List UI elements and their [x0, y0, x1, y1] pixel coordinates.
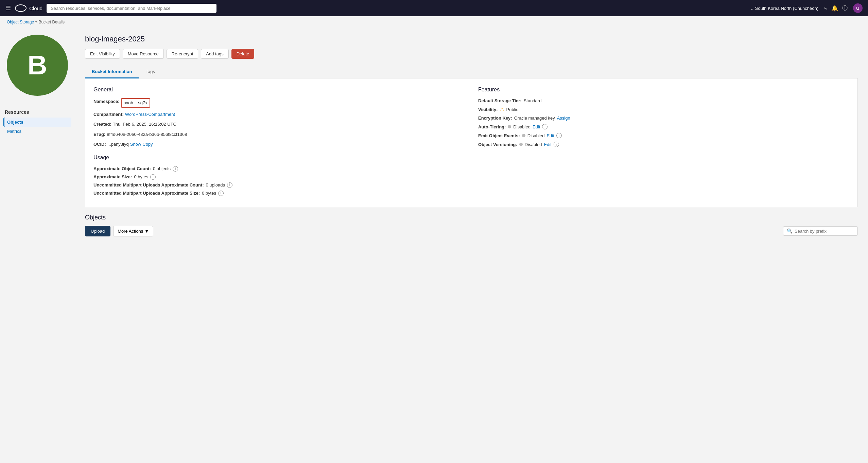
versioning-status-dot [519, 143, 523, 146]
usage-section: Usage Approximate Object Count: 0 object… [93, 155, 465, 196]
edit-visibility-button[interactable]: Edit Visibility [85, 49, 120, 59]
auto-tiering-label: Auto-Tiering: [478, 124, 506, 129]
auto-tiering-row: Auto-Tiering: Disabled Edit i [478, 124, 849, 129]
emit-events-edit-link[interactable]: Edit [546, 133, 554, 138]
created-value: Thu, Feb 6, 2025, 16:16:02 UTC [113, 121, 176, 128]
emit-events-label: Emit Object Events: [478, 133, 520, 138]
re-encrypt-button[interactable]: Re-encrypt [167, 49, 198, 59]
general-section-title: General [93, 87, 465, 93]
created-label: Created: [93, 121, 111, 128]
versioning-info-icon[interactable]: i [554, 142, 559, 147]
namespace-value: axob [124, 100, 133, 106]
sidebar-item-metrics[interactable]: Metrics [3, 127, 71, 136]
tab-group: Bucket Information Tags [85, 66, 858, 78]
storage-tier-value: Standard [524, 98, 542, 103]
auto-tiering-status-dot [508, 125, 511, 128]
breadcrumb-parent-link[interactable]: Object Storage [7, 20, 34, 24]
info-panel: General Namespace: axob sg7x Compartment… [85, 78, 858, 207]
uncommitted-size-info-icon[interactable]: i [218, 191, 224, 196]
ocid-row: OCID: ...pahy3lyq Show Copy [93, 141, 465, 148]
tab-tags[interactable]: Tags [139, 66, 161, 78]
uncommitted-count-info-icon[interactable]: i [227, 182, 232, 188]
upload-button[interactable]: Upload [85, 226, 110, 236]
region-selector[interactable]: ⌄ South Korea North (Chuncheon) [750, 6, 818, 11]
auto-tiering-value: Disabled [513, 124, 531, 129]
topnav-icon-group: ⍀ 🔔 ⓘ [824, 5, 848, 12]
more-actions-label: More Actions [118, 229, 143, 234]
sidebar-item-objects[interactable]: Objects [3, 118, 71, 127]
uncommitted-size-row: Uncommitted Multipart Uploads Approximat… [93, 191, 465, 196]
emit-events-row: Emit Object Events: Disabled Edit i [478, 133, 849, 138]
ocid-value: ...pahy3lyq [107, 141, 129, 148]
help-icon[interactable]: ⓘ [842, 5, 848, 12]
ocid-show-link[interactable]: Show [130, 141, 141, 148]
hamburger-menu-icon[interactable]: ☰ [5, 4, 11, 12]
versioning-label: Object Versioning: [478, 142, 517, 147]
uncommitted-count-value: 0 uploads [206, 182, 225, 188]
uncommitted-count-label: Uncommitted Multipart Uploads Approximat… [93, 182, 204, 188]
namespace-value-box[interactable]: axob sg7x [121, 98, 150, 108]
global-search-input[interactable] [47, 4, 216, 13]
etag-value: 8f4d640e-20e0-432a-b36b-856f8ccf1368 [107, 131, 187, 138]
encryption-assign-link[interactable]: Assign [557, 115, 570, 121]
obj-count-info-icon[interactable]: i [173, 166, 178, 172]
breadcrumb-separator: » [35, 20, 37, 24]
page-title: blog-images-2025 [85, 35, 858, 43]
auto-tiering-info-icon[interactable]: i [542, 124, 548, 129]
versioning-edit-link[interactable]: Edit [544, 142, 551, 147]
visibility-row: Visibility: ⚠ Public [478, 107, 849, 112]
more-actions-button[interactable]: More Actions ▼ [113, 226, 153, 236]
sidebar-item-metrics-label: Metrics [7, 129, 21, 134]
add-tags-button[interactable]: Add tags [201, 49, 228, 59]
namespace-suffix [133, 100, 138, 106]
action-buttons-group: Edit Visibility Move Resource Re-encrypt… [85, 49, 858, 59]
warning-triangle-icon: ⚠ [500, 107, 504, 112]
etag-row: ETag: 8f4d640e-20e0-432a-b36b-856f8ccf13… [93, 131, 465, 138]
objects-toolbar: Upload More Actions ▼ 🔍 [85, 226, 858, 236]
size-value: 0 bytes [134, 174, 148, 179]
obj-count-label: Approximate Object Count: [93, 166, 151, 171]
etag-label: ETag: [93, 131, 105, 138]
tab-bucket-information[interactable]: Bucket Information [85, 66, 139, 78]
created-row: Created: Thu, Feb 6, 2025, 16:16:02 UTC [93, 121, 465, 128]
emit-events-value: Disabled [527, 133, 545, 138]
usage-title: Usage [93, 155, 465, 161]
visibility-label: Visibility: [478, 107, 498, 112]
breadcrumb-current: Bucket Details [38, 20, 65, 24]
bucket-avatar-letter: B [28, 50, 47, 81]
delete-button[interactable]: Delete [231, 49, 255, 59]
emit-events-info-icon[interactable]: i [556, 133, 562, 138]
size-info-icon[interactable]: i [150, 174, 156, 180]
namespace-row: Namespace: axob sg7x [93, 98, 465, 108]
search-prefix-input[interactable] [795, 229, 854, 234]
size-label: Approximate Size: [93, 174, 132, 179]
storage-tier-label: Default Storage Tier: [478, 98, 522, 103]
more-actions-chevron-icon: ▼ [144, 229, 149, 234]
move-resource-button[interactable]: Move Resource [123, 49, 164, 59]
versioning-row: Object Versioning: Disabled Edit i [478, 142, 849, 147]
monitor-icon[interactable]: ⍀ [824, 5, 827, 11]
ocid-copy-link[interactable]: Copy [142, 141, 153, 148]
storage-tier-row: Default Storage Tier: Standard [478, 98, 849, 103]
compartment-link[interactable]: WordPress-Compartment [125, 111, 175, 118]
avatar[interactable]: U [853, 3, 863, 13]
chevron-down-icon: ⌄ [750, 6, 754, 11]
logo-text: Cloud [29, 5, 42, 11]
bucket-avatar: B [7, 35, 68, 96]
bell-icon[interactable]: 🔔 [831, 5, 838, 12]
resources-title: Resources [3, 109, 71, 115]
avatar-initials: U [856, 6, 859, 11]
logo: Cloud [15, 4, 42, 12]
top-navigation: ☰ Cloud ⌄ South Korea North (Chuncheon) … [0, 0, 868, 16]
features-column: Features Default Storage Tier: Standard … [478, 87, 849, 199]
general-column: General Namespace: axob sg7x Compartment… [93, 87, 465, 199]
region-label: South Korea North (Chuncheon) [755, 6, 818, 11]
auto-tiering-edit-link[interactable]: Edit [533, 124, 540, 129]
visibility-value: Public [506, 107, 518, 112]
encryption-key-row: Encryption Key: Oracle managed key Assig… [478, 115, 849, 121]
namespace-label: Namespace: [93, 98, 120, 105]
oracle-logo-oval [15, 4, 27, 12]
content-area: blog-images-2025 Edit Visibility Move Re… [75, 28, 868, 463]
resources-section: Resources Objects Metrics [3, 109, 71, 136]
encryption-key-label: Encryption Key: [478, 115, 512, 121]
